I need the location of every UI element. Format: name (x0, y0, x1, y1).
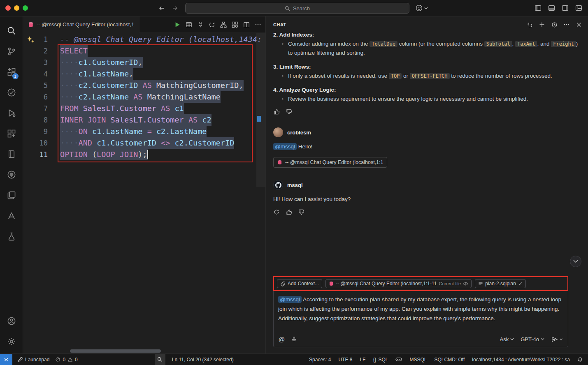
search-icon (285, 6, 290, 11)
thumbs-down-button[interactable] (286, 109, 292, 115)
code-editor[interactable]: 1-- @mssql Chat Query Editor (localhost,… (23, 33, 265, 353)
forward-arrow-icon[interactable] (172, 5, 178, 12)
customize-layout-icon[interactable] (575, 5, 582, 12)
mode-selector[interactable]: Ask (500, 336, 514, 342)
attached-file-chip[interactable]: -- @mssql Chat Query Editor (localhost,1… (273, 157, 387, 168)
current-file-chip[interactable]: -- @mssql Chat Query Editor (localhost,1… (325, 279, 472, 288)
new-chat-icon[interactable] (539, 21, 545, 28)
code-line[interactable]: 2SELECT (23, 45, 265, 57)
sidebar-item-github[interactable] (2, 164, 21, 185)
toggle-secondary-sidebar-icon[interactable] (562, 5, 569, 12)
cursor-position-item[interactable]: Ln 11, Col 20 (342 selected) (172, 357, 234, 363)
chat-input-widget[interactable]: Add Context... -- @mssql Chat Query Edit… (273, 276, 568, 347)
back-arrow-icon[interactable] (158, 5, 165, 12)
command-center-search[interactable]: Search (185, 3, 409, 14)
sidebar-item-source-control[interactable] (2, 41, 21, 62)
code-line[interactable]: 6····c2.LastName AS MatchingLastName (23, 91, 265, 103)
zoom-icon[interactable] (155, 354, 165, 365)
context-chips-row annotation-box-input: Add Context... -- @mssql Chat Query Edit… (273, 276, 568, 291)
braces-icon: {} (373, 357, 376, 363)
run-query-button[interactable] (174, 21, 181, 28)
sidebar-item-extensions[interactable]: 1 (2, 62, 21, 82)
split-editor-button[interactable] (243, 21, 250, 28)
code-line[interactable]: 7FROM SalesLT.Customer AS c1 (23, 103, 265, 114)
plan-file-chip[interactable]: plan-2.sqlplan (475, 279, 526, 288)
eye-icon[interactable] (463, 281, 468, 286)
mention-picker-icon[interactable]: @ (279, 336, 285, 343)
chat-message-list: 2. Add Indexes: ◦Consider adding an inde… (273, 30, 579, 215)
sidebar-item-flask[interactable] (2, 226, 21, 247)
mssql-item[interactable]: MSSQL (409, 357, 427, 363)
toggle-primary-sidebar-icon[interactable] (535, 5, 542, 12)
send-button[interactable] (551, 336, 563, 343)
toggle-panel-icon[interactable] (548, 5, 555, 12)
code-line[interactable]: 3····c1.CustomerID, (23, 57, 265, 68)
chat-input-text[interactable]: @mssql According to the execution plan s… (274, 291, 568, 323)
settings-gear-icon[interactable] (2, 331, 21, 352)
estimated-plan-button[interactable] (209, 21, 215, 28)
vscode-window: Search 1 (0, 0, 588, 365)
sidebar-item-run-and-debug[interactable] (2, 103, 21, 123)
search-placeholder: Search (293, 5, 310, 12)
connection-item[interactable]: localhost,1434 : AdventureWorksLT2022 : … (472, 357, 570, 363)
code-area[interactable]: 1-- @mssql Chat Query Editor (localhost,… (23, 34, 265, 160)
sidebar-item-grid[interactable] (2, 123, 21, 144)
add-context-button[interactable]: Add Context... (277, 279, 322, 288)
code-line[interactable]: 11OPTION (LOOP JOIN); (23, 149, 265, 160)
inline-code: Freight (551, 41, 576, 47)
schema-hierarchy-button[interactable] (220, 21, 227, 28)
sidebar-item-azure[interactable] (2, 206, 21, 226)
maximize-window-button[interactable] (23, 5, 28, 11)
sidebar-item-search[interactable] (2, 21, 21, 41)
code-token: c2.CustomerID (174, 139, 234, 147)
more-icon[interactable] (563, 21, 570, 28)
language-item[interactable]: {}SQL (373, 357, 388, 363)
editor-scrollbar[interactable] (256, 33, 265, 187)
close-icon[interactable] (576, 21, 582, 28)
code-line[interactable]: 10····AND c1.CustomerID <> c2.CustomerID (23, 137, 265, 149)
problems-item[interactable]: 0 0 (55, 357, 77, 363)
code-line[interactable]: 8INNER JOIN SalesLT.Customer AS c2 (23, 114, 265, 126)
results-grid-button[interactable] (186, 21, 192, 28)
model-selector[interactable]: GPT-4o (521, 336, 544, 342)
sidebar-item-check-circle[interactable] (2, 82, 21, 103)
scroll-to-bottom-button[interactable] (570, 256, 581, 267)
microphone-icon[interactable] (291, 336, 297, 342)
eol-item[interactable]: LF (360, 357, 365, 363)
encoding-item[interactable]: UTF-8 (338, 357, 352, 363)
code-line[interactable]: 1-- @mssql Chat Query Editor (localhost,… (23, 34, 265, 45)
sqlcmd-item[interactable]: SQLCMD: Off (435, 357, 465, 363)
history-icon[interactable] (551, 21, 558, 28)
sidebar-item-windows[interactable] (2, 185, 21, 206)
rerun-icon[interactable] (273, 209, 280, 215)
accounts-icon[interactable] (2, 311, 21, 331)
list-icon (478, 281, 483, 286)
editor-tab[interactable]: -- @mssql Chat Query Editor (localhost,1 (23, 16, 139, 33)
thumbs-up-button[interactable] (286, 209, 292, 215)
remove-chip-icon[interactable] (518, 282, 523, 286)
more-actions-button[interactable] (255, 21, 261, 28)
horizontal-scrollbar[interactable] (70, 349, 161, 353)
sidebar-item-book[interactable] (2, 144, 21, 164)
copilot-status-icon[interactable] (395, 357, 402, 362)
code-token: ); (138, 150, 147, 159)
text-run: Hello! (297, 143, 312, 150)
code-line[interactable]: 5····c2.CustomerID AS MatchingCustomerID… (23, 80, 265, 91)
notifications-bell-icon[interactable] (577, 357, 583, 363)
launchpad-item[interactable]: Launchpad (17, 357, 49, 363)
database-file-icon (28, 22, 34, 28)
connect-button[interactable] (197, 21, 204, 28)
code-line[interactable]: 9····ON c1.LastName = c2.LastName (23, 126, 265, 137)
code-line[interactable]: 4····c1.LastName, (23, 68, 265, 80)
designer-button[interactable] (232, 21, 238, 28)
thumbs-up-button[interactable] (273, 109, 280, 115)
code-token: c1.CustomerID (79, 58, 138, 67)
thumbs-down-button[interactable] (298, 209, 304, 215)
close-window-button[interactable] (5, 5, 11, 11)
remote-indicator[interactable] (0, 354, 12, 365)
minimize-window-button[interactable] (14, 5, 19, 11)
undo-icon[interactable] (526, 21, 533, 28)
indentation-item[interactable]: Spaces: 4 (309, 357, 331, 363)
profile-menu[interactable] (416, 5, 428, 12)
text-run: or (402, 73, 410, 79)
